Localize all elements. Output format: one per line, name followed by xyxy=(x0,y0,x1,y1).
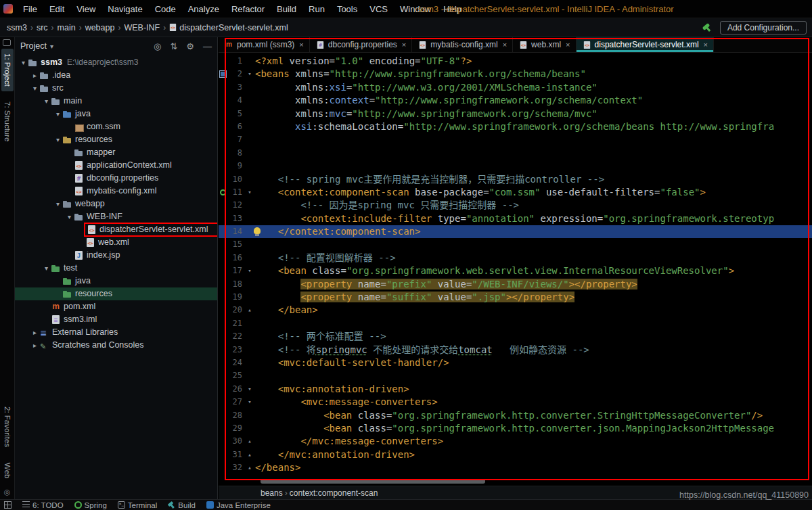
gutter-modified-icon[interactable] xyxy=(219,68,228,80)
tree-item-java[interactable]: ▾java xyxy=(15,108,217,120)
collapse-all-icon[interactable]: ⇅ xyxy=(170,41,177,51)
tab-mybatis-config-xml[interactable]: mybatis-config.xml× xyxy=(412,37,513,52)
build-wrench-icon[interactable] xyxy=(702,22,712,32)
tab-web-xml[interactable]: web.xml× xyxy=(513,37,576,52)
menu-item-code[interactable]: Code xyxy=(149,4,182,14)
add-configuration-button[interactable]: Add Configuration... xyxy=(720,21,807,34)
tab-close-icon[interactable]: × xyxy=(566,41,570,49)
chevron-expanded-icon[interactable]: ▾ xyxy=(65,210,74,223)
fold-collapse-icon[interactable]: ▾ xyxy=(244,264,255,277)
tree-item-web-xml[interactable]: web.xml xyxy=(15,236,217,249)
breadcrumb-web-inf[interactable]: WEB-INF xyxy=(122,23,161,32)
fold-end-icon[interactable]: ▴ xyxy=(244,304,255,317)
tab-dbconfig-properties[interactable]: dbconfig.properties× xyxy=(310,37,413,52)
statusbar-spring[interactable]: Spring xyxy=(74,501,107,509)
tab-close-icon[interactable]: × xyxy=(503,41,507,49)
chevron-expanded-icon[interactable]: ▾ xyxy=(42,95,51,108)
fold-end-icon[interactable]: ▴ xyxy=(244,435,255,448)
tab-dispatcherservlet-servlet-xml[interactable]: dispatcherServlet-servlet.xml× xyxy=(577,37,715,52)
tree-item-dispatcherservlet-servlet-xml[interactable]: dispatcherServlet-servlet.xml xyxy=(15,223,217,236)
strip-button-2-favorites[interactable]: 2: Favorites xyxy=(1,402,14,452)
tab-close-icon[interactable]: × xyxy=(299,41,303,49)
breadcrumb-webapp[interactable]: webapp xyxy=(84,23,116,32)
tree-item-mapper[interactable]: mapper xyxy=(15,146,217,159)
editor-code[interactable]: 1<?xml version="1.0" encoding="UTF-8"?>2… xyxy=(219,53,812,486)
tree-item-test[interactable]: ▾test xyxy=(15,262,217,275)
tree-item-mybatis-config-xml[interactable]: mybatis-config.xml xyxy=(15,185,217,198)
tree-item-main[interactable]: ▾main xyxy=(15,95,217,108)
chevron-expanded-icon[interactable]: ▾ xyxy=(53,108,62,120)
tree-item-web-inf[interactable]: ▾WEB-INF xyxy=(15,210,217,223)
chevron-collapsed-icon[interactable]: ▸ xyxy=(30,326,39,339)
menu-item-build[interactable]: Build xyxy=(271,4,302,14)
fold-end-icon[interactable]: ▴ xyxy=(244,461,255,474)
tree-item-applicationcontext-xml[interactable]: applicationContext.xml xyxy=(15,159,217,172)
horizontal-scrollbar[interactable] xyxy=(261,479,485,484)
menu-item-navigate[interactable]: Navigate xyxy=(102,4,148,14)
menu-item-tools[interactable]: Tools xyxy=(331,4,363,14)
tab-close-icon[interactable]: × xyxy=(402,41,406,49)
locate-icon[interactable]: ◎ xyxy=(154,41,161,51)
editor-breadcrumb-beans[interactable]: beans xyxy=(261,488,283,498)
tab-close-icon[interactable]: × xyxy=(704,41,708,49)
spring-bean-gutter-icon[interactable] xyxy=(219,186,228,199)
menu-item-run[interactable]: Run xyxy=(302,4,331,14)
fold-collapse-icon[interactable]: ▾ xyxy=(244,396,255,409)
background-tasks-icon[interactable]: ◎ xyxy=(3,488,12,496)
project-panel-title[interactable]: Project xyxy=(20,41,47,51)
breadcrumb-main[interactable]: main xyxy=(56,23,77,32)
statusbar-java-enterprise[interactable]: Java Enterprise xyxy=(206,501,271,509)
menu-item-view[interactable]: View xyxy=(70,4,102,14)
breadcrumb-ssm3[interactable]: ssm3 xyxy=(5,23,28,32)
chevron-expanded-icon[interactable]: ▾ xyxy=(53,133,62,146)
editor-breadcrumb-context-component-scan[interactable]: context:component-scan xyxy=(290,488,378,498)
statusbar-terminal[interactable]: Terminal xyxy=(118,501,157,509)
tree-item-resources[interactable]: ▾resources xyxy=(15,133,217,146)
chevron-expanded-icon[interactable]: ▾ xyxy=(53,198,62,210)
fold-collapse-icon[interactable]: ▾ xyxy=(244,68,255,80)
tree-item-idea[interactable]: ▸.idea xyxy=(15,69,217,82)
breadcrumb-src[interactable]: src xyxy=(35,23,49,32)
statusbar-build[interactable]: Build xyxy=(168,501,196,509)
tree-item-resources[interactable]: resources xyxy=(15,287,217,300)
menu-item-refactor[interactable]: Refactor xyxy=(225,4,271,14)
gear-icon[interactable]: ⚙ xyxy=(186,41,194,51)
tree-item-index-jsp[interactable]: index.jsp xyxy=(15,249,217,262)
chevron-expanded-icon[interactable]: ▾ xyxy=(30,82,39,95)
strip-button-1-project[interactable]: 1: Project xyxy=(1,49,14,91)
breadcrumb-file[interactable]: dispatcherServlet-servlet.xml xyxy=(178,23,289,32)
menu-item-vcs[interactable]: VCS xyxy=(363,4,394,14)
tool-window-icon[interactable] xyxy=(3,39,11,46)
strip-button-7-structure[interactable]: 7: Structure xyxy=(1,97,14,146)
tab-label: mybatis-config.xml xyxy=(430,40,497,49)
tree-item-java[interactable]: java xyxy=(15,275,217,287)
chevron-expanded-icon[interactable]: ▾ xyxy=(19,56,28,69)
intention-bulb-icon[interactable] xyxy=(254,227,261,234)
chevron-collapsed-icon[interactable]: ▸ xyxy=(30,339,39,352)
menu-item-edit[interactable]: Edit xyxy=(43,4,70,14)
workspace-grid-icon[interactable] xyxy=(4,501,12,509)
chevron-expanded-icon[interactable]: ▾ xyxy=(42,262,51,275)
hide-panel-icon[interactable]: — xyxy=(203,41,212,51)
chevron-down-icon[interactable]: ▾ xyxy=(50,43,53,50)
menu-item-analyze[interactable]: Analyze xyxy=(182,4,225,14)
tree-item-dbconfig-properties[interactable]: dbconfig.properties xyxy=(15,172,217,185)
tree-item-external-libraries[interactable]: ▸External Libraries xyxy=(15,326,217,339)
tree-item-pom-xml[interactable]: pom.xml xyxy=(15,300,217,313)
chevron-collapsed-icon[interactable]: ▸ xyxy=(30,69,39,82)
strip-button-web[interactable]: Web xyxy=(1,458,14,483)
tree-item-webapp[interactable]: ▾webapp xyxy=(15,198,217,210)
menu-item-file[interactable]: File xyxy=(17,4,43,14)
tree-item-com-ssm[interactable]: com.ssm xyxy=(15,120,217,133)
tab-pom-xml-ssm3[interactable]: pom.xml (ssm3)× xyxy=(219,37,310,52)
fold-collapse-icon[interactable]: ▾ xyxy=(244,383,255,396)
tree-item-src[interactable]: ▾src xyxy=(15,82,217,95)
statusbar-items: 6: TODOSpringTerminalBuildJava Enterpris… xyxy=(22,501,271,509)
tree-item-label: java xyxy=(75,275,91,287)
fold-end-icon[interactable]: ▴ xyxy=(244,448,255,461)
statusbar-6-todo[interactable]: 6: TODO xyxy=(22,501,64,509)
tree-item-scratches-and-consoles[interactable]: ▸Scratches and Consoles xyxy=(15,339,217,352)
fold-collapse-icon[interactable]: ▾ xyxy=(244,186,255,199)
tree-item-ssm3-iml[interactable]: ssm3.iml xyxy=(15,313,217,326)
tree-item-ssm3[interactable]: ▾ssm3E:\ideaproject\ssm3 xyxy=(15,56,217,69)
